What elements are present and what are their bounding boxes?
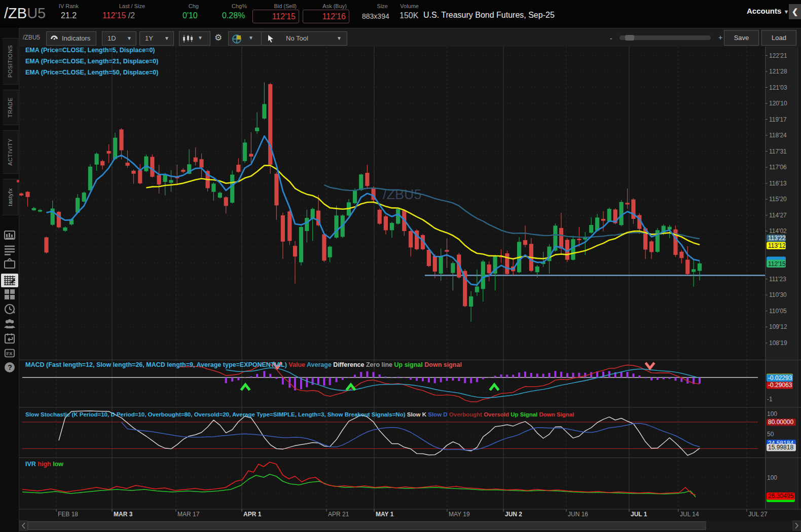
svg-text:JUN 16: JUN 16 xyxy=(568,511,588,518)
svg-text:116'13: 116'13 xyxy=(769,180,787,187)
svg-text:121'03: 121'03 xyxy=(769,84,787,91)
svg-text:MAY 1: MAY 1 xyxy=(376,511,394,518)
svg-text:MAY 19: MAY 19 xyxy=(449,511,470,518)
svg-text:MACD (Fast length=12, Slow len: MACD (Fast length=12, Slow length=26, MA… xyxy=(25,361,462,368)
svg-text:110'05: 110'05 xyxy=(769,308,787,315)
svg-text:EMA (Price=CLOSE, Length=21, D: EMA (Price=CLOSE, Length=21, Displace=0) xyxy=(25,58,158,65)
svg-text:100: 100 xyxy=(767,410,777,417)
svg-text:Slow Stochastic (K Period=10,: Slow Stochastic (K Period=10, D Period=1… xyxy=(25,411,574,417)
svg-text:112'15: 112'15 xyxy=(768,260,786,268)
svg-text:120'10: 120'10 xyxy=(769,100,787,107)
svg-text:111'23: 111'23 xyxy=(769,276,786,283)
svg-text:APR 1: APR 1 xyxy=(243,511,262,518)
svg-text:-1: -1 xyxy=(767,396,773,403)
svg-text:109'12: 109'12 xyxy=(769,323,787,330)
svg-text:50: 50 xyxy=(767,431,774,438)
svg-text:118'24: 118'24 xyxy=(769,132,787,139)
svg-text:113'22: 113'22 xyxy=(768,235,786,242)
svg-text:EMA (Price=CLOSE, Length=5, Di: EMA (Price=CLOSE, Length=5, Displace=0) xyxy=(25,47,155,54)
svg-text:117'06: 117'06 xyxy=(769,164,787,171)
svg-text:MAR 3: MAR 3 xyxy=(114,511,133,518)
svg-text:JUL 27: JUL 27 xyxy=(748,511,768,518)
svg-text:JUN 2: JUN 2 xyxy=(505,511,522,518)
svg-text:115'20: 115'20 xyxy=(769,196,787,203)
svg-text:26.30495: 26.30495 xyxy=(768,492,793,500)
svg-text:117'31: 117'31 xyxy=(769,148,787,155)
svg-text:JUL 1: JUL 1 xyxy=(631,511,647,518)
svg-text:122'21: 122'21 xyxy=(769,52,787,59)
svg-text:EMA (Price=CLOSE, Length=50, D: EMA (Price=CLOSE, Length=50, Displace=0) xyxy=(25,69,158,76)
svg-text:FEB 18: FEB 18 xyxy=(58,511,78,518)
svg-text:-0.29063: -0.29063 xyxy=(768,382,792,389)
svg-text:FX: FX xyxy=(7,351,13,356)
svg-text:110'30: 110'30 xyxy=(769,291,787,298)
svg-text:113'12: 113'12 xyxy=(768,242,786,249)
svg-text:119'17: 119'17 xyxy=(769,116,787,123)
svg-text:100: 100 xyxy=(767,474,777,481)
svg-text:15.99818: 15.99818 xyxy=(768,444,793,451)
svg-text:114'02: 114'02 xyxy=(769,227,787,235)
svg-text:-0.02293: -0.02293 xyxy=(768,374,792,382)
svg-text:IVR high low: IVR high low xyxy=(25,461,63,468)
svg-text:80.00000: 80.00000 xyxy=(768,419,793,426)
svg-text:JUL 14: JUL 14 xyxy=(680,511,699,518)
svg-text:114'27: 114'27 xyxy=(769,212,787,219)
svg-text:121'28: 121'28 xyxy=(769,68,787,75)
svg-text:108'19: 108'19 xyxy=(769,339,787,347)
svg-text:MAR 17: MAR 17 xyxy=(177,511,200,518)
svg-text:?: ? xyxy=(8,363,12,371)
svg-text:APR 21: APR 21 xyxy=(328,511,349,518)
